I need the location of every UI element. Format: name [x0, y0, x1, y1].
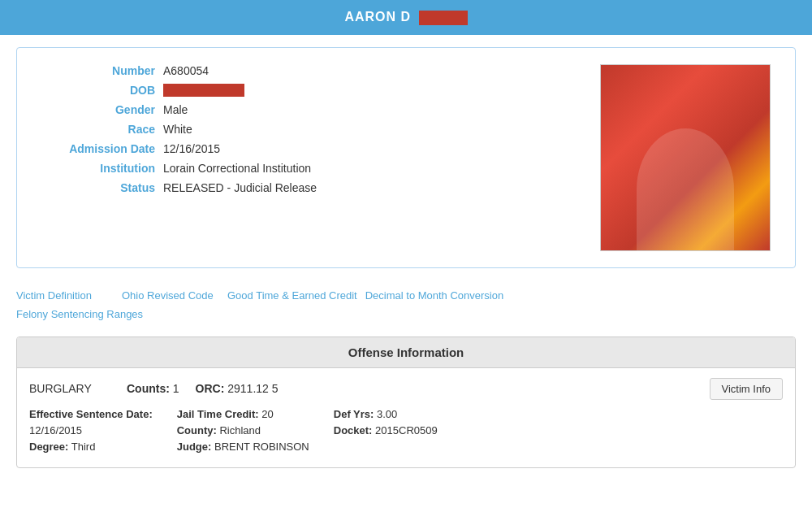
- victim-info-button[interactable]: Victim Info: [710, 378, 783, 400]
- number-label: Number: [33, 64, 163, 77]
- decimal-conversion-link[interactable]: Decimal to Month Conversion: [365, 289, 504, 302]
- county-value: Richland: [219, 424, 261, 436]
- jail-time-value: 20: [261, 408, 273, 420]
- institution-label: Institution: [33, 162, 163, 175]
- admission-date-label: Admission Date: [33, 142, 163, 155]
- def-yrs-label: Def Yrs:: [334, 408, 374, 420]
- dob-label: DOB: [33, 84, 163, 97]
- offense-col-1: Effective Sentence Date: 12/16/2015 Degr…: [29, 408, 153, 453]
- institution-value: Lorain Correctional Institution: [163, 162, 311, 175]
- institution-row: Institution Lorain Correctional Institut…: [33, 162, 584, 175]
- def-yrs-value: 3.00: [377, 408, 397, 420]
- info-card: Number A680054 DOB Gender Male Race Whit…: [16, 47, 796, 268]
- degree-label: Degree:: [29, 441, 68, 453]
- victim-definition-link[interactable]: Victim Definition: [16, 289, 92, 302]
- docket-label: Docket:: [334, 424, 373, 436]
- jail-time-item: Jail Time Credit: 20: [177, 408, 309, 420]
- photo-area: [600, 64, 779, 251]
- race-value: White: [163, 123, 192, 136]
- offense-row1: BURGLARY Counts: 1 ORC: 2911.12 5 Victim…: [29, 378, 783, 400]
- orc-label: ORC:: [196, 382, 225, 395]
- felony-link-row: Felony Sentencing Ranges: [0, 306, 812, 328]
- admission-date-value: 12/16/2015: [163, 142, 220, 155]
- offense-details-row: Effective Sentence Date: 12/16/2015 Degr…: [29, 408, 783, 453]
- counts-value: 1: [173, 382, 179, 395]
- offense-name: BURGLARY: [29, 382, 110, 395]
- offense-header: Offense Information: [17, 337, 795, 368]
- offense-col-3: Def Yrs: 3.00 Docket: 2015CR0509: [334, 408, 438, 453]
- offense-col-2: Jail Time Credit: 20 County: Richland Ju…: [177, 408, 309, 453]
- judge-item: Judge: BRENT ROBINSON: [177, 441, 309, 453]
- name-redacted: [419, 11, 468, 25]
- link-group-victim-def: Victim Definition: [16, 289, 114, 302]
- county-item: County: Richland: [177, 424, 309, 436]
- jail-time-label: Jail Time Credit:: [177, 408, 259, 420]
- gender-value: Male: [163, 103, 188, 116]
- effective-sentence-item: Effective Sentence Date:: [29, 408, 153, 420]
- effective-sentence-value: 12/16/2015: [29, 424, 82, 436]
- docket-value: 2015CR0509: [375, 424, 438, 436]
- orc-field: ORC: 2911.12 5: [196, 382, 279, 395]
- header-bar: AARON D: [0, 0, 812, 35]
- race-label: Race: [33, 123, 163, 136]
- inmate-photo: [600, 64, 771, 251]
- status-label: Status: [33, 181, 163, 194]
- judge-label: Judge:: [177, 441, 212, 453]
- link-group-good-time: Good Time & Earned Credit: [227, 289, 357, 302]
- offense-section: Offense Information BURGLARY Counts: 1 O…: [16, 336, 796, 468]
- felony-sentencing-link[interactable]: Felony Sentencing Ranges: [16, 308, 143, 320]
- race-row: Race White: [33, 123, 584, 136]
- def-yrs-item: Def Yrs: 3.00: [334, 408, 438, 420]
- degree-item: Degree: Third: [29, 441, 153, 453]
- gender-label: Gender: [33, 103, 163, 116]
- good-time-link[interactable]: Good Time & Earned Credit: [227, 289, 357, 302]
- effective-sentence-value-item: 12/16/2015: [29, 424, 153, 436]
- gender-row: Gender Male: [33, 103, 584, 116]
- status-row: Status RELEASED - Judicial Release: [33, 181, 584, 194]
- docket-item: Docket: 2015CR0509: [334, 424, 438, 436]
- county-label: County:: [177, 424, 217, 436]
- dob-row: DOB: [33, 84, 584, 97]
- link-group-orc: Ohio Revised Code: [122, 289, 219, 302]
- degree-value: Third: [71, 441, 96, 453]
- inmate-name: AARON D: [344, 10, 467, 24]
- number-row: Number A680054: [33, 64, 584, 77]
- dob-value-redacted: [163, 84, 244, 97]
- effective-sentence-label: Effective Sentence Date:: [29, 408, 153, 420]
- link-group-decimal: Decimal to Month Conversion: [365, 289, 504, 302]
- judge-value: BRENT ROBINSON: [214, 441, 309, 453]
- offense-body: BURGLARY Counts: 1 ORC: 2911.12 5 Victim…: [17, 368, 795, 467]
- ohio-revised-code-link[interactable]: Ohio Revised Code: [122, 289, 214, 302]
- name-text: AARON D: [344, 10, 411, 24]
- admission-date-row: Admission Date 12/16/2015: [33, 142, 584, 155]
- number-value: A680054: [163, 64, 209, 77]
- status-value: RELEASED - Judicial Release: [163, 181, 317, 194]
- orc-value: 2911.12 5: [227, 382, 278, 395]
- offense-section-title: Offense Information: [348, 345, 464, 359]
- counts-label: Counts:: [127, 382, 170, 395]
- counts-field: Counts: 1: [127, 382, 179, 395]
- links-section: Victim Definition Ohio Revised Code Good…: [0, 280, 812, 306]
- info-fields: Number A680054 DOB Gender Male Race Whit…: [33, 64, 584, 251]
